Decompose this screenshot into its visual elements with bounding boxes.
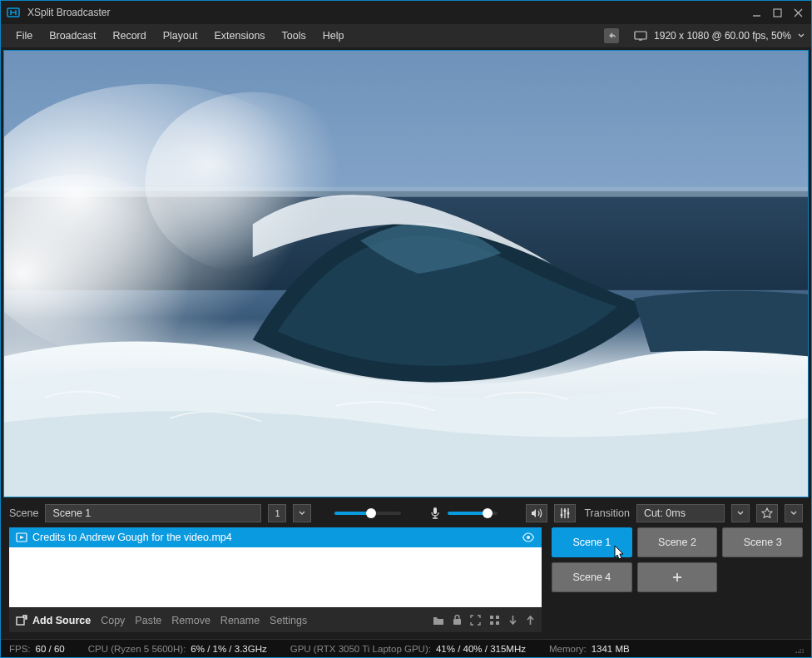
close-button[interactable] [794,8,803,17]
menubar: File Broadcast Record Playout Extensions… [1,24,811,47]
remove-button[interactable]: Remove [171,615,210,626]
svg-rect-2 [635,32,646,39]
folder-icon[interactable] [433,616,444,626]
transition-label: Transition [584,507,629,519]
lock-icon[interactable] [453,615,462,626]
add-source-button[interactable]: Add Source [16,615,91,626]
paste-button[interactable]: Paste [135,615,161,626]
svg-rect-19 [490,621,493,625]
expand-icon[interactable] [470,615,481,626]
sources-panel: Credits to Andrew Gough for the video.mp… [9,527,542,632]
resolution-dropdown-icon [798,32,805,39]
visibility-icon[interactable] [522,532,535,542]
transition-dropdown[interactable] [731,504,750,522]
scene-button-2[interactable]: Scene 2 [637,527,718,557]
scene-name-input[interactable] [45,504,261,522]
add-scene-button[interactable] [637,562,718,592]
cpu-label: CPU (Ryzen 5 5600H): [88,644,186,654]
scene-button-1[interactable]: Scene 1 [552,527,632,557]
copy-button[interactable]: Copy [101,615,125,626]
maximize-button[interactable] [773,8,782,17]
minimize-button[interactable] [752,8,761,17]
svg-point-12 [567,512,570,515]
app-logo-icon [6,5,21,20]
svg-point-10 [561,514,563,517]
scene-preset-dropdown[interactable] [293,504,311,522]
menu-broadcast[interactable]: Broadcast [41,27,104,45]
speaker-button[interactable] [526,504,547,522]
resolution-text: 1920 x 1080 @ 60.00 fps, 50% [654,30,791,42]
favorite-button[interactable] [756,504,778,522]
preview-canvas[interactable] [3,50,809,497]
svg-rect-18 [496,616,499,619]
svg-rect-17 [490,616,493,619]
mixer-button[interactable] [554,504,576,522]
svg-point-14 [527,536,530,539]
gpu-label: GPU (RTX 3050 Ti Laptop GPU): [290,644,431,654]
gpu-value: 41% / 40% / 315MHz [436,644,526,654]
move-down-icon[interactable] [508,615,517,626]
svg-point-11 [564,510,567,512]
memory-label: Memory: [549,644,587,654]
output-volume-slider[interactable] [334,512,401,515]
fps-label: FPS: [9,644,31,654]
move-up-icon[interactable] [526,615,535,626]
titlebar: XSplit Broadcaster [1,1,811,24]
svg-rect-1 [774,9,781,17]
app-window: XSplit Broadcaster File Broadcast Record… [0,0,812,658]
scene-button-3[interactable]: Scene 3 [722,527,803,557]
grid-icon[interactable] [489,615,500,626]
favorite-dropdown[interactable] [785,504,803,522]
scene-preset-button[interactable]: 1 [268,504,286,522]
cpu-value: 6% / 1% / 3.3GHz [191,644,266,654]
media-file-icon [16,532,27,543]
svg-rect-9 [433,507,437,514]
svg-rect-15 [17,617,24,625]
scene-label: Scene [9,507,38,519]
fps-value: 60 / 60 [36,644,65,654]
menu-help[interactable]: Help [314,27,353,45]
memory-value: 1341 MB [592,644,630,654]
resolution-info[interactable]: 1920 x 1080 @ 60.00 fps, 50% [634,30,805,42]
mic-volume-slider[interactable] [448,512,498,515]
transition-select[interactable]: Cut: 0ms [636,504,725,522]
source-item-label: Credits to Andrew Gough for the video.mp… [32,532,232,543]
svg-rect-16 [453,619,461,625]
share-icon[interactable] [604,28,619,43]
scene-button-4[interactable]: Scene 4 [552,562,632,592]
settings-button[interactable]: Settings [270,615,307,626]
menu-record[interactable]: Record [104,27,154,45]
rename-button[interactable]: Rename [220,615,260,626]
scene-controls: Scene 1 Transition Cut: 0ms [1,497,811,527]
sources-toolbar: Add Source Copy Paste Remove Rename Sett… [9,607,542,632]
cursor-icon [613,545,626,562]
menu-file[interactable]: File [7,27,41,45]
lower-panel: Credits to Andrew Gough for the video.mp… [1,527,811,639]
sources-list[interactable]: Credits to Andrew Gough for the video.mp… [9,527,542,607]
monitor-icon [634,31,647,41]
source-item[interactable]: Credits to Andrew Gough for the video.mp… [9,527,542,547]
window-title: XSplit Broadcaster [27,7,752,18]
status-bar: FPS:60 / 60 CPU (Ryzen 5 5600H):6% / 1% … [1,639,811,657]
resize-grip-icon[interactable]: ⣀⣤ [795,644,803,653]
preview-area [1,47,811,497]
add-source-icon [16,615,27,626]
mic-icon[interactable] [429,507,441,520]
menu-extensions[interactable]: Extensions [205,27,273,45]
scene-grid: Scene 1 Scene 2 Scene 3 Scene 4 [552,527,803,632]
menu-playout[interactable]: Playout [155,27,206,45]
svg-rect-20 [496,621,499,625]
menu-tools[interactable]: Tools [274,27,314,45]
